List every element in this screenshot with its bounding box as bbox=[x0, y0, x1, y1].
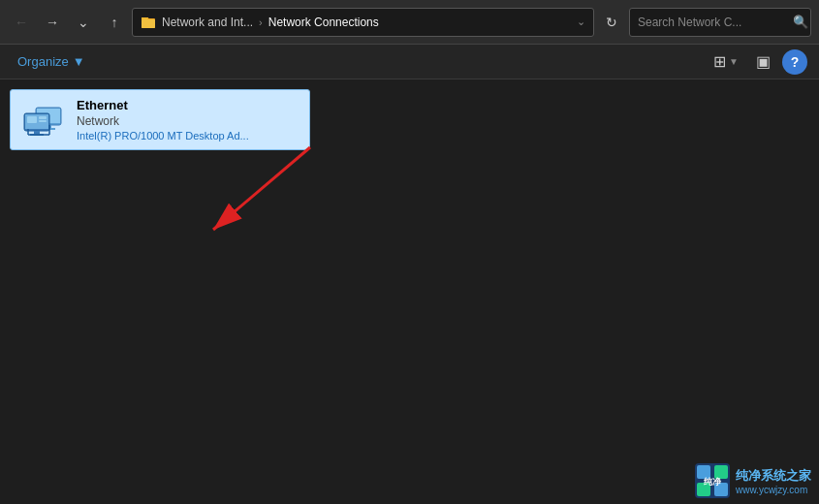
svg-line-17 bbox=[213, 147, 310, 230]
organize-dropdown-icon: ▼ bbox=[73, 54, 85, 69]
address-bar: ← → ⌄ ↑ Network and Int... › Network Con… bbox=[0, 0, 819, 45]
svg-text:纯净: 纯净 bbox=[703, 477, 722, 487]
dropdown-button[interactable]: ⌄ bbox=[70, 9, 97, 36]
refresh-button[interactable]: ↻ bbox=[598, 9, 625, 36]
up-button[interactable]: ↑ bbox=[101, 9, 128, 36]
svg-rect-9 bbox=[39, 116, 47, 119]
main-content: Ethernet Network Intel(R) PRO/1000 MT De… bbox=[0, 79, 819, 504]
breadcrumb-prefix: Network and Int... bbox=[162, 16, 253, 29]
grid-icon: ⊞ bbox=[713, 52, 726, 71]
watermark-site-url: www.ycwjzy.com bbox=[736, 485, 811, 495]
svg-rect-10 bbox=[39, 120, 47, 122]
breadcrumb-current: Network Connections bbox=[268, 16, 379, 29]
ethernet-adapter-card[interactable]: Ethernet Network Intel(R) PRO/1000 MT De… bbox=[10, 89, 310, 150]
toolbar: Organize ▼ ⊞ ▼ ▣ ? bbox=[0, 45, 819, 79]
help-button[interactable]: ? bbox=[782, 49, 807, 75]
ethernet-icon bbox=[20, 100, 67, 141]
view-pane-button[interactable]: ▣ bbox=[750, 48, 776, 75]
adapter-info: Ethernet Network Intel(R) PRO/1000 MT De… bbox=[77, 98, 249, 142]
adapter-name: Ethernet bbox=[77, 98, 249, 112]
search-box[interactable]: 🔍 bbox=[629, 8, 811, 37]
svg-rect-8 bbox=[27, 116, 37, 123]
folder-icon bbox=[141, 15, 156, 30]
svg-rect-1 bbox=[142, 19, 155, 28]
view-grid-button[interactable]: ⊞ ▼ bbox=[708, 48, 744, 75]
watermark-text: 纯净系统之家 www.ycwjzy.com bbox=[736, 467, 811, 495]
help-icon: ? bbox=[791, 54, 800, 70]
view-dropdown-icon: ▼ bbox=[729, 56, 739, 67]
adapter-type: Intel(R) PRO/1000 MT Desktop Ad... bbox=[77, 130, 249, 142]
forward-button[interactable]: → bbox=[39, 9, 66, 36]
toolbar-right: ⊞ ▼ ▣ ? bbox=[708, 48, 807, 75]
organize-label: Organize bbox=[17, 54, 69, 69]
adapter-status: Network bbox=[77, 114, 249, 128]
search-input[interactable] bbox=[630, 16, 791, 29]
watermark-site-name: 纯净系统之家 bbox=[736, 467, 811, 485]
red-arrow bbox=[194, 138, 320, 244]
address-box[interactable]: Network and Int... › Network Connections… bbox=[132, 8, 594, 37]
organize-button[interactable]: Organize ▼ bbox=[12, 50, 91, 73]
back-button[interactable]: ← bbox=[8, 9, 35, 36]
svg-rect-11 bbox=[34, 131, 40, 134]
search-button[interactable]: 🔍 bbox=[791, 9, 810, 36]
watermark-logo-icon: 纯净 bbox=[695, 463, 730, 498]
pane-icon: ▣ bbox=[756, 52, 771, 71]
breadcrumb-chevron[interactable]: ⌄ bbox=[577, 16, 585, 28]
watermark: 纯净 纯净系统之家 www.ycwjzy.com bbox=[695, 463, 811, 498]
breadcrumb-sep: › bbox=[259, 16, 263, 28]
